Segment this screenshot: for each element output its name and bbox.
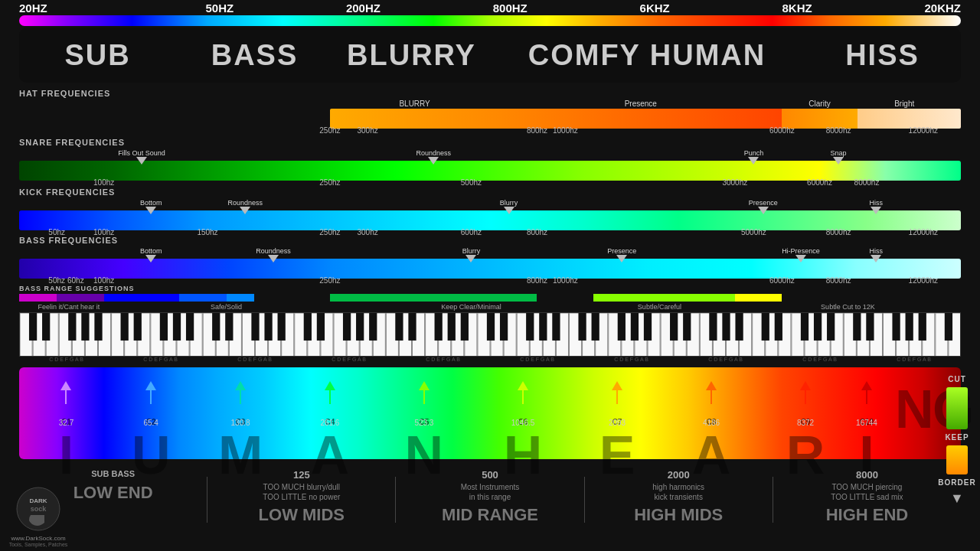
freq-C1: 32.7 bbox=[59, 419, 74, 427]
logo-website: www.DarkSock.com bbox=[4, 535, 73, 542]
freq-C5: 523.3 bbox=[414, 419, 433, 427]
bass-title: BASS FREQUENCIES bbox=[19, 236, 961, 245]
kick-bottom-label: Bottom bbox=[140, 199, 162, 207]
bass-1000hz: 1000hz bbox=[553, 276, 578, 285]
bass-bar bbox=[19, 259, 961, 279]
snare-250hz: 250hz bbox=[319, 178, 340, 187]
bass-50hz: 50hz bbox=[48, 276, 65, 285]
kick-bar-container: Bottom Roundness Blurry Presence Hiss 50… bbox=[19, 198, 961, 236]
kick-title: KICK FREQUENCIES bbox=[19, 187, 961, 197]
svg-text:sock: sock bbox=[31, 505, 47, 513]
bass-hiss-label: Hiss bbox=[870, 247, 884, 255]
bass-range-bar bbox=[19, 294, 961, 302]
hat-bar-container: BLURRY Presence Clarity Bright 250hz 300… bbox=[19, 99, 961, 133]
bottom-section: SUB BASS LOW END 125 TOO MUCH blurry/dul… bbox=[19, 469, 961, 546]
freq-20hz: 20HZ bbox=[19, 2, 47, 15]
brs-label-2: Safe/Solid bbox=[211, 303, 242, 311]
piano-note-chars: C D E F G A B C D E F G A B C D E F G A … bbox=[19, 357, 961, 366]
sub-bass-label: SUB BASS bbox=[22, 469, 204, 478]
kick-presence-triangle bbox=[758, 207, 769, 214]
label-sub: SUB bbox=[19, 39, 176, 72]
svg-text:DARK: DARK bbox=[29, 497, 47, 504]
bass-blurry-label: Blurry bbox=[462, 247, 481, 255]
snare-8000hz: 8000hz bbox=[854, 178, 880, 187]
kick-blurry-label: Blurry bbox=[500, 199, 518, 207]
low-mids-marker: 125 bbox=[211, 469, 392, 481]
freq-8khz: 8KHZ bbox=[782, 2, 812, 15]
bass-roundness-tri bbox=[268, 255, 279, 262]
rainbow-frequency-bar bbox=[19, 15, 961, 26]
hat-300hz: 300hz bbox=[357, 126, 377, 135]
kick-bottom-triangle bbox=[145, 207, 156, 214]
cut-bar bbox=[946, 387, 968, 429]
human-hearing-section: C1 I 32.7 C2 U 65.4 C3 M bbox=[19, 367, 961, 459]
border-arrow: ▼ bbox=[950, 491, 964, 507]
low-mids-desc: TOO MUCH blurry/dullTOO LITTLE no power bbox=[211, 482, 392, 502]
brs-label-1: Feelin it/Cant hear it bbox=[38, 303, 100, 311]
bass-section: BASS FREQUENCIES Bottom Roundness Blurry… bbox=[19, 236, 961, 285]
low-mids-label: LOW MIDS bbox=[211, 505, 392, 525]
mid-range-marker: 500 bbox=[399, 469, 580, 481]
freq-C6: 1046.5 bbox=[511, 419, 535, 427]
bottom-high-end: 8000 TOO MUCH piercingTOO LITTLE sad mix… bbox=[773, 469, 961, 525]
hat-blurry-label: BLURRY bbox=[399, 99, 430, 108]
keep-label: KEEP bbox=[945, 433, 969, 442]
snare-bar-container: Fills Out Sound Roundness Punch Snap 100… bbox=[19, 148, 961, 187]
hat-250hz: 250hz bbox=[319, 126, 340, 135]
bass-60hz: 60hz bbox=[67, 276, 84, 285]
hat-bright-label: Bright bbox=[894, 99, 914, 108]
right-panel: CUT KEEP BORDER ▼ bbox=[938, 375, 976, 507]
keep-bar bbox=[946, 445, 968, 474]
bass-roundness-label: Roundness bbox=[256, 247, 291, 255]
snare-section: SNARE FREQUENCIES Fills Out Sound Roundn… bbox=[19, 138, 961, 187]
bass-presence-label: Presence bbox=[607, 247, 636, 255]
letter-N2: N bbox=[895, 383, 934, 436]
label-hiss: HISS bbox=[804, 39, 961, 72]
bass-range-title: BASS RANGE SUGGESTIONS bbox=[19, 285, 961, 292]
cut-label: CUT bbox=[948, 375, 966, 383]
freq-C8: 4186 bbox=[703, 419, 720, 427]
snare-roundness-triangle bbox=[428, 157, 439, 165]
kick-roundness-label: Roundness bbox=[227, 199, 263, 207]
bass-bottom-tri bbox=[145, 255, 156, 262]
bass-6000hz: 6000hz bbox=[769, 276, 795, 285]
snare-snap-label: Snap bbox=[831, 149, 847, 157]
hat-presence-label: Presence bbox=[625, 99, 657, 108]
freq-labels-top: 20HZ 50HZ 200HZ 800HZ 6KHZ 8KHZ 20KHZ bbox=[19, 2, 961, 15]
label-comfy-human: COMFY HUMAN bbox=[490, 39, 804, 72]
snare-snap-triangle bbox=[833, 157, 844, 165]
mid-range-desc: Most Instrumentsin this range bbox=[399, 482, 580, 502]
freq-C7: 2093 bbox=[609, 419, 626, 427]
snare-6000hz: 6000hz bbox=[807, 178, 832, 187]
brs-label-5: Subtle Cut to 12K bbox=[821, 303, 875, 311]
hat-6000hz: 6000hz bbox=[769, 126, 795, 135]
hearing-letters: C1 I 32.7 C2 U 65.4 C3 M bbox=[19, 367, 961, 459]
label-blurry: BLURRY bbox=[333, 39, 490, 72]
bottom-mid-range: 500 Most Instrumentsin this range MID RA… bbox=[396, 469, 583, 525]
kick-roundness-triangle bbox=[240, 207, 250, 214]
darksock-logo-icon: DARK sock bbox=[15, 486, 61, 532]
kick-presence-label: Presence bbox=[749, 199, 778, 207]
hat-section: HAT FREQUENCIES BLURRY Presence Clarity … bbox=[19, 89, 961, 133]
bottom-low-mids: 125 TOO MUCH blurry/dullTOO LITTLE no po… bbox=[207, 469, 395, 525]
hat-8000hz: 8000hz bbox=[826, 126, 851, 135]
snare-100hz: 100hz bbox=[93, 178, 114, 187]
snare-3000hz: 3000hz bbox=[722, 178, 747, 187]
bass-hipresence-label: Hi-Presence bbox=[782, 247, 820, 255]
logo-tagline: Tools, Samples, Patches bbox=[4, 542, 73, 547]
bass-12000hz: 12000hz bbox=[909, 276, 938, 285]
freq-6khz: 6KHZ bbox=[640, 2, 670, 15]
snare-fills-label: Fills Out Sound bbox=[118, 149, 165, 157]
snare-punch-triangle bbox=[748, 157, 759, 165]
snare-roundness-label: Roundness bbox=[416, 149, 451, 157]
bass-bottom-label: Bottom bbox=[140, 247, 162, 255]
bass-hiss-tri bbox=[871, 255, 881, 262]
hat-bar-blurry bbox=[330, 109, 499, 129]
piano-canvas bbox=[20, 313, 961, 357]
snare-punch-label: Punch bbox=[744, 149, 764, 157]
freq-50hz: 50HZ bbox=[205, 2, 234, 15]
bass-hipresence-tri bbox=[795, 255, 806, 262]
brs-label-4: Subtle/Careful bbox=[638, 303, 681, 311]
bass-8000hz: 8000hz bbox=[826, 276, 851, 285]
freq-C9: 8372 bbox=[797, 419, 814, 427]
